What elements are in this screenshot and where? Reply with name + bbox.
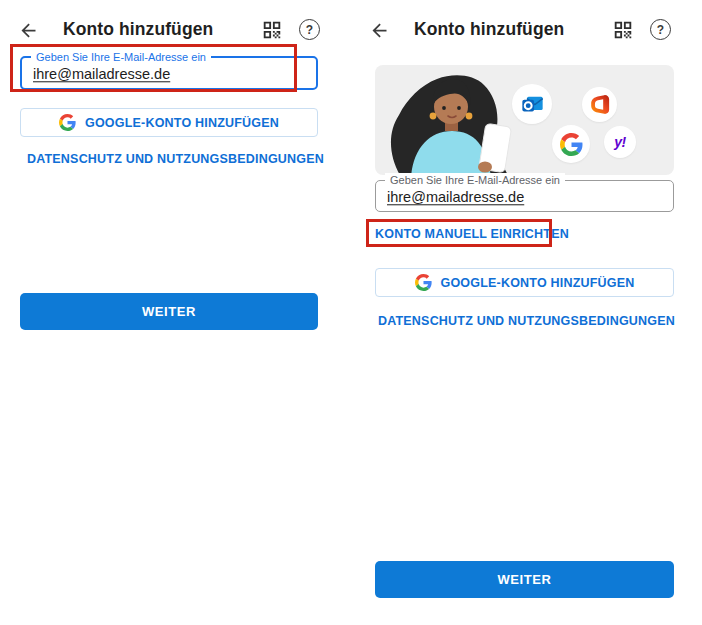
email-input-label: Geben Sie Ihre E-Mail-Adresse ein xyxy=(385,173,565,187)
add-google-account-label: GOOGLE-KONTO HINZUFÜGEN xyxy=(441,276,635,290)
qr-scan-button[interactable] xyxy=(612,19,634,41)
yahoo-badge: y! xyxy=(604,126,636,158)
qr-scan-button[interactable] xyxy=(261,19,283,41)
yahoo-icon: y! xyxy=(614,134,625,150)
question-mark-icon: ? xyxy=(306,24,313,36)
add-google-account-label: GOOGLE-KONTO HINZUFÜGEN xyxy=(85,116,279,130)
email-input-label: Geben Sie Ihre E-Mail-Adresse ein xyxy=(31,50,211,64)
office-icon xyxy=(589,94,610,115)
continue-button[interactable]: WEITER xyxy=(375,561,674,598)
email-input-value: ihre@mailadresse.de xyxy=(33,66,170,82)
back-button[interactable] xyxy=(17,19,39,41)
two-screenshot-comparison: { "colors": { "primary_blue": "#0e7ad6",… xyxy=(0,0,702,625)
qr-code-icon xyxy=(261,19,283,41)
outlook-badge xyxy=(512,84,552,124)
email-input-value: ihre@mailadresse.de xyxy=(387,189,524,205)
google-badge xyxy=(552,125,590,163)
accounts-illustration: y! xyxy=(375,65,674,175)
email-input[interactable]: Geben Sie Ihre E-Mail-Adresse ein ihre@m… xyxy=(375,180,674,212)
outlook-icon xyxy=(520,92,545,117)
back-arrow-icon xyxy=(18,20,39,41)
back-button[interactable] xyxy=(368,19,390,41)
privacy-terms-link[interactable]: DATENSCHUTZ UND NUTZUNGSBEDINGUNGEN xyxy=(351,314,702,328)
screen-email-entry: Konto hinzufügen ? Geben Sie Ihre E-Mail… xyxy=(0,0,351,625)
page-title: Konto hinzufügen xyxy=(414,19,564,40)
manual-setup-link[interactable]: KONTO MANUELL EINRICHTEN xyxy=(375,227,569,241)
question-mark-icon: ? xyxy=(657,24,664,36)
continue-button[interactable]: WEITER xyxy=(20,293,318,330)
google-logo-icon xyxy=(415,274,432,291)
qr-code-icon xyxy=(612,19,634,41)
email-input[interactable]: Geben Sie Ihre E-Mail-Adresse ein ihre@m… xyxy=(20,56,318,90)
help-button[interactable]: ? xyxy=(650,19,671,40)
google-logo-icon xyxy=(59,114,76,131)
add-google-account-button[interactable]: GOOGLE-KONTO HINZUFÜGEN xyxy=(20,108,318,137)
screen-add-account-start: Konto hinzufügen ? xyxy=(351,0,702,625)
google-icon xyxy=(560,133,583,156)
woman-with-phone-illustration xyxy=(379,65,539,175)
add-google-account-button[interactable]: GOOGLE-KONTO HINZUFÜGEN xyxy=(375,268,674,297)
back-arrow-icon xyxy=(369,20,390,41)
office-badge xyxy=(582,87,617,122)
privacy-terms-link[interactable]: DATENSCHUTZ UND NUTZUNGSBEDINGUNGEN xyxy=(0,152,351,166)
page-title: Konto hinzufügen xyxy=(63,19,213,40)
help-button[interactable]: ? xyxy=(299,19,320,40)
